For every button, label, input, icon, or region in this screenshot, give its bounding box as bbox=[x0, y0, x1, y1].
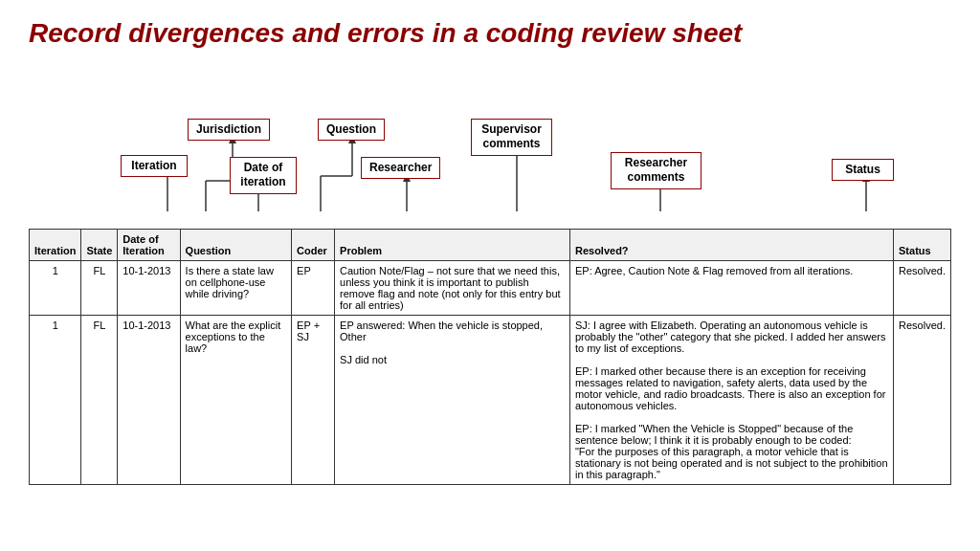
table-row: 1FL10-1-2013What are the explicit except… bbox=[30, 315, 951, 484]
jurisdiction-label: Jurisdiction bbox=[188, 119, 270, 142]
iteration-label: Iteration bbox=[121, 155, 188, 178]
cell-date: 10-1-2013 bbox=[118, 315, 180, 484]
cell-status: Resolved. bbox=[894, 315, 951, 484]
status-label: Status bbox=[832, 159, 894, 182]
data-table: Iteration State Date of Iteration Questi… bbox=[29, 229, 951, 485]
supervisor-comments-label: Supervisor comments bbox=[471, 119, 552, 156]
date-of-iteration-label: Date of iteration bbox=[230, 157, 297, 194]
col-status: Status bbox=[894, 229, 951, 260]
page-title: Record divergences and errors in a codin… bbox=[29, 19, 951, 49]
cell-coder: EP bbox=[292, 260, 335, 315]
question-label: Question bbox=[318, 119, 385, 142]
col-resolved: Resolved? bbox=[569, 229, 893, 260]
col-date: Date of Iteration bbox=[118, 229, 180, 260]
page: Record divergences and errors in a codin… bbox=[0, 0, 980, 504]
col-question: Question bbox=[180, 229, 292, 260]
cell-status: Resolved. bbox=[894, 260, 951, 315]
diagram-area: Iteration Jurisdiction Date of iteration… bbox=[29, 66, 951, 229]
col-iteration: Iteration bbox=[30, 229, 81, 260]
cell-coder: EP + SJ bbox=[292, 315, 335, 484]
researcher-comments-label: Researcher comments bbox=[611, 152, 702, 189]
col-coder: Coder bbox=[292, 229, 335, 260]
col-problem: Problem bbox=[335, 229, 570, 260]
cell-resolved: SJ: I agree with Elizabeth. Operating an… bbox=[569, 315, 893, 484]
cell-state: FL bbox=[81, 260, 118, 315]
cell-problem: EP answered: When the vehicle is stopped… bbox=[335, 315, 570, 484]
cell-question: What are the explicit exceptions to the … bbox=[180, 315, 292, 484]
cell-problem: Caution Note/Flag – not sure that we nee… bbox=[335, 260, 570, 315]
cell-date: 10-1-2013 bbox=[118, 260, 180, 315]
cell-iteration: 1 bbox=[30, 315, 81, 484]
table-row: 1FL10-1-2013Is there a state law on cell… bbox=[30, 260, 951, 315]
table-header-row: Iteration State Date of Iteration Questi… bbox=[30, 229, 951, 260]
researcher-label: Researcher bbox=[361, 157, 440, 180]
cell-resolved: EP: Agree, Caution Note & Flag removed f… bbox=[569, 260, 893, 315]
cell-question: Is there a state law on cellphone-use wh… bbox=[180, 260, 292, 315]
col-state: State bbox=[81, 229, 118, 260]
cell-iteration: 1 bbox=[30, 260, 81, 315]
cell-state: FL bbox=[81, 315, 118, 484]
